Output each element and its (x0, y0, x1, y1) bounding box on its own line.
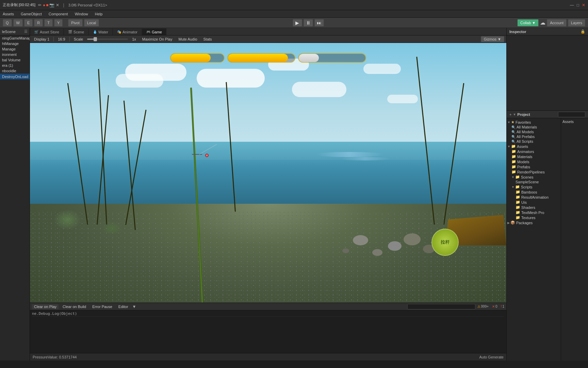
clear-on-play-btn[interactable]: Clear on Play (32, 304, 59, 309)
pause-button[interactable]: ⏸ (304, 19, 313, 27)
scripts-icon: 📁 (515, 185, 520, 189)
tree-samplescene[interactable]: SampleScene (507, 180, 561, 184)
tree-favorites[interactable]: ▼ ★ Favorites (507, 120, 561, 125)
cloud-6 (363, 64, 401, 74)
tree-resultanimation[interactable]: 📁 ResultAnimation (507, 195, 561, 200)
display-selector[interactable]: Display 1 (32, 37, 51, 42)
win-maximize[interactable]: □ (577, 3, 579, 7)
all-models-label: All Models (517, 130, 534, 134)
warning-icon: ⚠ (477, 305, 480, 308)
tool-r[interactable]: R (34, 19, 43, 27)
local-button[interactable]: Local (84, 19, 99, 27)
hierarchy-item[interactable]: htManage (0, 41, 30, 46)
project-add-icon[interactable]: + (509, 112, 511, 117)
console-search-input[interactable] (407, 304, 475, 309)
menu-gameobject[interactable]: GameObject (19, 11, 43, 17)
warning-count: ⚠ 999+ (477, 305, 489, 308)
bamboos-icon: 📁 (516, 190, 520, 194)
pull-button[interactable]: 拉杆 (431, 229, 459, 256)
log-line-1[interactable]: ne.Debug.Log(Object) (32, 311, 504, 317)
tool-t[interactable]: T (44, 19, 53, 27)
tree-assets[interactable]: ▼ 📁 Assets (507, 144, 561, 149)
scale-slider[interactable] (87, 39, 128, 40)
editor-btn[interactable]: Editor (116, 304, 130, 309)
shaders-label: Shaders (521, 205, 535, 210)
tab-game[interactable]: 🎮 Game (142, 28, 166, 35)
project-search-input[interactable] (558, 112, 585, 117)
hierarchy-item[interactable]: bal Volume (0, 57, 30, 63)
project-dropdown-icon[interactable]: ▼ (513, 113, 516, 116)
tree-uis[interactable]: 📁 Uis (507, 200, 561, 205)
collab-button[interactable]: Collab ▼ (517, 19, 539, 27)
tree-textures[interactable]: 📁 Textures (507, 215, 561, 220)
tree-scripts[interactable]: ▼ 📁 Scripts (507, 184, 561, 189)
hierarchy-item[interactable]: DestroyOnLoad ⋮ (0, 74, 30, 79)
hierarchy-item[interactable]: era (1) (0, 63, 30, 68)
tree-bamboos[interactable]: 📁 Bamboos (507, 189, 561, 195)
layers-button[interactable]: Layers (568, 19, 585, 27)
tool-e[interactable]: E (24, 19, 33, 27)
title-recording: 正在录制 [00:02:45] (3, 2, 35, 7)
tree-textmeshpro[interactable]: 📁 TextMesh Pro (507, 210, 561, 215)
title-record-icon: ● (43, 3, 45, 7)
inspector-lock-icon[interactable]: 🔒 (581, 29, 585, 34)
hierarchy-item[interactable]: ironment (0, 52, 30, 57)
menu-help[interactable]: Help (94, 11, 104, 17)
title-bar: 正在录制 [00:02:45] ✏ ● ■ 📷 ✕ | 3.0f6 Person… (0, 0, 588, 10)
inspector-tab[interactable]: Inspector (509, 30, 526, 34)
toolbar-sep (53, 37, 54, 42)
mute-audio-btn[interactable]: Mute Audio (176, 37, 199, 42)
tool-w[interactable]: W (13, 19, 23, 27)
hierarchy-item[interactable]: Manage (0, 46, 30, 52)
editor-dropdown-icon[interactable]: ▼ (132, 304, 136, 309)
assets-right-panel: Assets (561, 118, 588, 361)
tree-animators[interactable]: 📁 Animators (507, 149, 561, 154)
tree-scenes[interactable]: ▼ 📁 Scenes (507, 174, 561, 180)
hierarchy-item[interactable]: ningGameManage (0, 35, 30, 41)
hierarchy-item-menu[interactable]: ⋮ (28, 74, 30, 79)
tab-animator[interactable]: 🎭 Animator (113, 28, 142, 35)
maximize-on-play-btn[interactable]: Maximize On Play (140, 37, 175, 42)
tree-all-scripts[interactable]: 🔍 All Scripts (507, 139, 561, 144)
tree-models[interactable]: 📁 Models (507, 159, 561, 164)
scale-value: 1x (130, 37, 138, 42)
tool-q[interactable]: Q (3, 19, 12, 27)
tree-prefabs[interactable]: 📁 Prefabs (507, 164, 561, 169)
hierarchy-panel: leScene ☰ ningGameManage htManage Manage… (0, 28, 30, 361)
account-button[interactable]: Account (547, 19, 567, 27)
search-icon: 🔍 (511, 125, 516, 129)
tool-y[interactable]: Y (54, 19, 63, 27)
tab-asset-store[interactable]: 🛒 Asset Store (30, 28, 64, 35)
tab-water[interactable]: 💧 Water (88, 28, 113, 35)
error-pause-btn[interactable]: Error Pause (90, 304, 114, 309)
gizmos-btn[interactable]: Gizmos ▼ (481, 36, 504, 42)
stats-btn[interactable]: Stats (201, 37, 214, 42)
hierarchy-item[interactable]: nbooldle (0, 68, 30, 74)
prefabs-icon: 📁 (511, 165, 516, 169)
tree-all-materials[interactable]: 🔍 All Materials (507, 125, 561, 129)
win-minimize[interactable]: — (570, 3, 574, 7)
step-button[interactable]: ⏭ (314, 19, 324, 27)
tree-packages[interactable]: ▶ 📦 Packages (507, 220, 561, 225)
menu-window[interactable]: Window (74, 11, 89, 17)
cloud-icon[interactable]: ☁ (540, 19, 545, 26)
aspect-selector[interactable]: 16:9 (56, 37, 67, 42)
tree-renderpipelines[interactable]: 📁 RenderPipelines (507, 169, 561, 174)
menu-assets[interactable]: Assets (1, 11, 15, 17)
menu-component[interactable]: Component (47, 11, 69, 17)
favorites-icon: ★ (511, 120, 514, 124)
win-close[interactable]: ✕ (582, 3, 585, 7)
tree-all-prefabs[interactable]: 🔍 All Prefabs (507, 134, 561, 139)
title-close-icon[interactable]: ✕ (56, 3, 59, 7)
tree-all-models[interactable]: 🔍 All Models (507, 129, 561, 134)
tab-scene[interactable]: 🎬 Scene (64, 28, 88, 35)
game-viewport[interactable]: 拉杆 (30, 43, 506, 303)
play-button[interactable]: ▶ (293, 19, 302, 27)
clear-on-build-btn[interactable]: Clear on Build (61, 304, 88, 309)
tree-materials[interactable]: 📁 Materials (507, 154, 561, 159)
hierarchy-menu-icon[interactable]: ☰ (24, 29, 28, 34)
title-pencil-icon: ✏ (38, 3, 42, 7)
pivot-button[interactable]: Pivot (68, 19, 82, 27)
models-label: Models (517, 160, 529, 164)
tree-shaders[interactable]: 📁 Shaders (507, 205, 561, 210)
